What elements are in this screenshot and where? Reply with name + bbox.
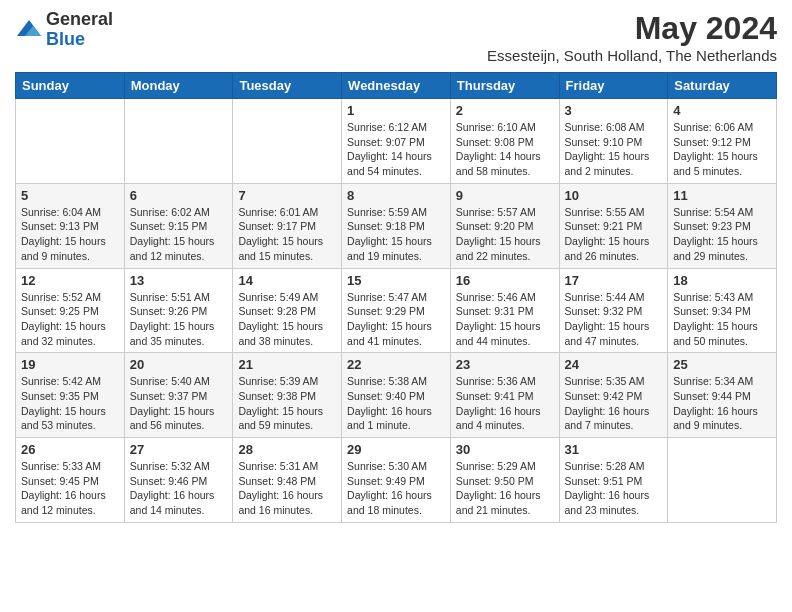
- empty-cell: [124, 99, 233, 184]
- calendar-day-28: 28Sunrise: 5:31 AM Sunset: 9:48 PM Dayli…: [233, 438, 342, 523]
- calendar-day-10: 10Sunrise: 5:55 AM Sunset: 9:21 PM Dayli…: [559, 183, 668, 268]
- day-number: 11: [673, 188, 771, 203]
- month-title: May 2024: [487, 10, 777, 47]
- calendar-day-27: 27Sunrise: 5:32 AM Sunset: 9:46 PM Dayli…: [124, 438, 233, 523]
- calendar-week-row: 5Sunrise: 6:04 AM Sunset: 9:13 PM Daylig…: [16, 183, 777, 268]
- calendar-day-16: 16Sunrise: 5:46 AM Sunset: 9:31 PM Dayli…: [450, 268, 559, 353]
- day-number: 29: [347, 442, 445, 457]
- calendar-day-31: 31Sunrise: 5:28 AM Sunset: 9:51 PM Dayli…: [559, 438, 668, 523]
- day-header-sunday: Sunday: [16, 73, 125, 99]
- calendar-table: SundayMondayTuesdayWednesdayThursdayFrid…: [15, 72, 777, 523]
- calendar-day-19: 19Sunrise: 5:42 AM Sunset: 9:35 PM Dayli…: [16, 353, 125, 438]
- calendar-day-26: 26Sunrise: 5:33 AM Sunset: 9:45 PM Dayli…: [16, 438, 125, 523]
- calendar-day-14: 14Sunrise: 5:49 AM Sunset: 9:28 PM Dayli…: [233, 268, 342, 353]
- day-header-saturday: Saturday: [668, 73, 777, 99]
- calendar-day-24: 24Sunrise: 5:35 AM Sunset: 9:42 PM Dayli…: [559, 353, 668, 438]
- day-info: Sunrise: 5:35 AM Sunset: 9:42 PM Dayligh…: [565, 374, 663, 433]
- day-number: 23: [456, 357, 554, 372]
- day-info: Sunrise: 5:54 AM Sunset: 9:23 PM Dayligh…: [673, 205, 771, 264]
- calendar-week-row: 12Sunrise: 5:52 AM Sunset: 9:25 PM Dayli…: [16, 268, 777, 353]
- day-info: Sunrise: 6:08 AM Sunset: 9:10 PM Dayligh…: [565, 120, 663, 179]
- day-info: Sunrise: 6:12 AM Sunset: 9:07 PM Dayligh…: [347, 120, 445, 179]
- empty-cell: [16, 99, 125, 184]
- day-info: Sunrise: 6:06 AM Sunset: 9:12 PM Dayligh…: [673, 120, 771, 179]
- location: Essesteijn, South Holland, The Netherlan…: [487, 47, 777, 64]
- day-number: 26: [21, 442, 119, 457]
- calendar-day-18: 18Sunrise: 5:43 AM Sunset: 9:34 PM Dayli…: [668, 268, 777, 353]
- day-info: Sunrise: 5:49 AM Sunset: 9:28 PM Dayligh…: [238, 290, 336, 349]
- calendar-day-7: 7Sunrise: 6:01 AM Sunset: 9:17 PM Daylig…: [233, 183, 342, 268]
- calendar-day-9: 9Sunrise: 5:57 AM Sunset: 9:20 PM Daylig…: [450, 183, 559, 268]
- logo-general: General: [46, 9, 113, 29]
- calendar-day-4: 4Sunrise: 6:06 AM Sunset: 9:12 PM Daylig…: [668, 99, 777, 184]
- day-number: 4: [673, 103, 771, 118]
- day-info: Sunrise: 5:55 AM Sunset: 9:21 PM Dayligh…: [565, 205, 663, 264]
- day-header-monday: Monday: [124, 73, 233, 99]
- day-info: Sunrise: 6:01 AM Sunset: 9:17 PM Dayligh…: [238, 205, 336, 264]
- day-number: 24: [565, 357, 663, 372]
- calendar-day-23: 23Sunrise: 5:36 AM Sunset: 9:41 PM Dayli…: [450, 353, 559, 438]
- day-info: Sunrise: 5:28 AM Sunset: 9:51 PM Dayligh…: [565, 459, 663, 518]
- day-number: 18: [673, 273, 771, 288]
- day-number: 9: [456, 188, 554, 203]
- day-number: 27: [130, 442, 228, 457]
- empty-cell: [233, 99, 342, 184]
- day-info: Sunrise: 5:57 AM Sunset: 9:20 PM Dayligh…: [456, 205, 554, 264]
- calendar-day-5: 5Sunrise: 6:04 AM Sunset: 9:13 PM Daylig…: [16, 183, 125, 268]
- day-info: Sunrise: 5:52 AM Sunset: 9:25 PM Dayligh…: [21, 290, 119, 349]
- calendar-day-29: 29Sunrise: 5:30 AM Sunset: 9:49 PM Dayli…: [342, 438, 451, 523]
- calendar-day-15: 15Sunrise: 5:47 AM Sunset: 9:29 PM Dayli…: [342, 268, 451, 353]
- day-info: Sunrise: 5:43 AM Sunset: 9:34 PM Dayligh…: [673, 290, 771, 349]
- calendar-day-11: 11Sunrise: 5:54 AM Sunset: 9:23 PM Dayli…: [668, 183, 777, 268]
- logo-icon: [15, 16, 43, 44]
- day-number: 1: [347, 103, 445, 118]
- logo-blue: Blue: [46, 29, 85, 49]
- day-number: 20: [130, 357, 228, 372]
- day-number: 5: [21, 188, 119, 203]
- calendar-day-3: 3Sunrise: 6:08 AM Sunset: 9:10 PM Daylig…: [559, 99, 668, 184]
- calendar-day-13: 13Sunrise: 5:51 AM Sunset: 9:26 PM Dayli…: [124, 268, 233, 353]
- day-info: Sunrise: 5:38 AM Sunset: 9:40 PM Dayligh…: [347, 374, 445, 433]
- day-number: 21: [238, 357, 336, 372]
- day-info: Sunrise: 6:02 AM Sunset: 9:15 PM Dayligh…: [130, 205, 228, 264]
- day-info: Sunrise: 5:30 AM Sunset: 9:49 PM Dayligh…: [347, 459, 445, 518]
- day-number: 25: [673, 357, 771, 372]
- day-info: Sunrise: 5:36 AM Sunset: 9:41 PM Dayligh…: [456, 374, 554, 433]
- day-info: Sunrise: 5:46 AM Sunset: 9:31 PM Dayligh…: [456, 290, 554, 349]
- day-header-tuesday: Tuesday: [233, 73, 342, 99]
- day-number: 28: [238, 442, 336, 457]
- calendar-day-20: 20Sunrise: 5:40 AM Sunset: 9:37 PM Dayli…: [124, 353, 233, 438]
- day-number: 22: [347, 357, 445, 372]
- day-info: Sunrise: 5:51 AM Sunset: 9:26 PM Dayligh…: [130, 290, 228, 349]
- day-info: Sunrise: 5:32 AM Sunset: 9:46 PM Dayligh…: [130, 459, 228, 518]
- calendar-day-22: 22Sunrise: 5:38 AM Sunset: 9:40 PM Dayli…: [342, 353, 451, 438]
- calendar-day-2: 2Sunrise: 6:10 AM Sunset: 9:08 PM Daylig…: [450, 99, 559, 184]
- day-info: Sunrise: 5:40 AM Sunset: 9:37 PM Dayligh…: [130, 374, 228, 433]
- day-info: Sunrise: 5:59 AM Sunset: 9:18 PM Dayligh…: [347, 205, 445, 264]
- calendar-week-row: 26Sunrise: 5:33 AM Sunset: 9:45 PM Dayli…: [16, 438, 777, 523]
- logo-text: General Blue: [46, 10, 113, 50]
- day-info: Sunrise: 5:29 AM Sunset: 9:50 PM Dayligh…: [456, 459, 554, 518]
- calendar-day-6: 6Sunrise: 6:02 AM Sunset: 9:15 PM Daylig…: [124, 183, 233, 268]
- day-number: 15: [347, 273, 445, 288]
- day-info: Sunrise: 5:34 AM Sunset: 9:44 PM Dayligh…: [673, 374, 771, 433]
- day-number: 13: [130, 273, 228, 288]
- logo: General Blue: [15, 10, 113, 50]
- day-info: Sunrise: 5:33 AM Sunset: 9:45 PM Dayligh…: [21, 459, 119, 518]
- day-number: 7: [238, 188, 336, 203]
- day-header-friday: Friday: [559, 73, 668, 99]
- calendar-day-8: 8Sunrise: 5:59 AM Sunset: 9:18 PM Daylig…: [342, 183, 451, 268]
- day-number: 31: [565, 442, 663, 457]
- page-header: General Blue May 2024 Essesteijn, South …: [15, 10, 777, 64]
- day-number: 30: [456, 442, 554, 457]
- calendar-day-1: 1Sunrise: 6:12 AM Sunset: 9:07 PM Daylig…: [342, 99, 451, 184]
- day-number: 12: [21, 273, 119, 288]
- day-number: 14: [238, 273, 336, 288]
- day-header-wednesday: Wednesday: [342, 73, 451, 99]
- day-header-thursday: Thursday: [450, 73, 559, 99]
- day-number: 8: [347, 188, 445, 203]
- title-block: May 2024 Essesteijn, South Holland, The …: [487, 10, 777, 64]
- calendar-day-21: 21Sunrise: 5:39 AM Sunset: 9:38 PM Dayli…: [233, 353, 342, 438]
- day-info: Sunrise: 6:04 AM Sunset: 9:13 PM Dayligh…: [21, 205, 119, 264]
- day-info: Sunrise: 5:44 AM Sunset: 9:32 PM Dayligh…: [565, 290, 663, 349]
